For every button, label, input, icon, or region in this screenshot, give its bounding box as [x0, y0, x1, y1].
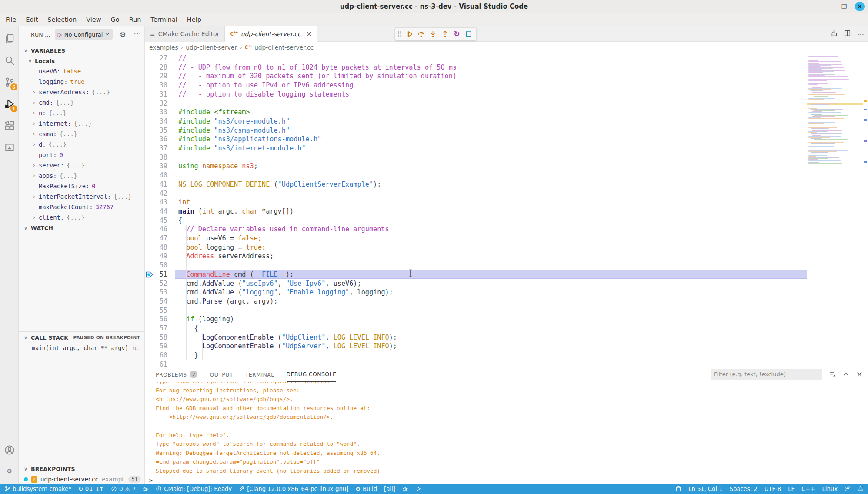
menu-selection[interactable]: Selection: [43, 14, 81, 25]
breadcrumb-item[interactable]: C++udp-client-server.cc: [245, 44, 314, 51]
gutter-line-57[interactable]: 57: [145, 324, 175, 333]
clear-console-icon[interactable]: [829, 371, 836, 377]
code-line-55[interactable]: [178, 306, 807, 315]
restart-button[interactable]: ↻: [452, 29, 462, 39]
code-line-43[interactable]: int: [178, 198, 807, 207]
gutter-line-61[interactable]: 61: [145, 360, 175, 367]
gutter-line-50[interactable]: 50: [145, 261, 175, 270]
status-problems-status[interactable]: 0⚠7: [111, 486, 136, 492]
console-input-row[interactable]: >: [145, 476, 868, 484]
maximize-panel-icon[interactable]: [843, 371, 849, 377]
status-build-target[interactable]: [all]: [384, 486, 395, 492]
gutter-line-34[interactable]: 34: [145, 117, 175, 126]
continue-button[interactable]: [404, 29, 414, 39]
debug-config-dropdown[interactable]: ▷ No Configural: [55, 29, 113, 40]
code-line-34[interactable]: #include "ns3/core-module.h": [178, 117, 807, 126]
breadcrumb-item[interactable]: examples: [149, 44, 178, 51]
code-line-61[interactable]: [178, 360, 807, 367]
code-editor[interactable]: 2728293031323334353637383940414243444546…: [145, 53, 868, 367]
menu-terminal[interactable]: Terminal: [146, 14, 182, 25]
code-line-33[interactable]: #include <fstream>: [178, 108, 807, 117]
breadcrumb-item[interactable]: udp-client-server: [186, 44, 237, 51]
variables-section-header[interactable]: ∨ VARIABLES: [19, 45, 144, 56]
code-line-30[interactable]: // - option to use IPv4 or IPv6 addressi…: [178, 81, 807, 90]
activity-cmake[interactable]: [0, 137, 19, 157]
code-line-44[interactable]: main (int argc, char *argv[]): [178, 207, 807, 216]
code-line-56[interactable]: if (logging): [178, 315, 807, 324]
gutter-line-54[interactable]: 54: [145, 297, 175, 306]
gutter-line-39[interactable]: 39: [145, 162, 175, 171]
code-line-35[interactable]: #include "ns3/csma-module.h": [178, 126, 807, 135]
watch-section-header[interactable]: ∨ WATCH: [19, 223, 144, 233]
code-line-32[interactable]: [178, 99, 807, 108]
code-line-39[interactable]: using namespace ns3;: [178, 162, 807, 171]
panel-tab-debug-console[interactable]: DEBUG CONSOLE: [287, 367, 337, 382]
code-line-47[interactable]: bool useV6 = false;: [178, 234, 807, 243]
variable-useV6[interactable]: useV6: false: [19, 66, 144, 77]
step-over-button[interactable]: [416, 29, 426, 39]
variable-apps[interactable]: › apps: {...}: [19, 170, 144, 181]
panel-tab-output[interactable]: OUTPUT: [210, 367, 233, 382]
console-filter-input[interactable]: [711, 369, 822, 380]
code-line-29[interactable]: // - maximum of 320 packets sent (or lim…: [178, 72, 807, 81]
more-editor-actions-icon[interactable]: ⋯: [857, 30, 865, 38]
activity-account[interactable]: [0, 440, 19, 460]
step-out-button[interactable]: [440, 29, 450, 39]
menu-go[interactable]: Go: [106, 14, 124, 25]
code-line-37[interactable]: #include "ns3/internet-module.h": [178, 144, 807, 153]
gutter-line-48[interactable]: 48: [145, 243, 175, 252]
status-cmake-status[interactable]: CMake: [Debug]: Ready: [156, 486, 232, 492]
status-git-branch-status[interactable]: buildsystem-cmake*: [4, 486, 71, 492]
gutter-line-29[interactable]: 29: [145, 72, 175, 81]
gutter-line-31[interactable]: 31: [145, 90, 175, 99]
menu-file[interactable]: File: [1, 14, 21, 25]
gutter-line-32[interactable]: 32: [145, 99, 175, 108]
step-into-button[interactable]: [428, 29, 438, 39]
variables-scope-locals[interactable]: ∨ Locals: [19, 56, 144, 66]
code-line-51[interactable]: CommandLine cmd (__FILE__);: [178, 270, 807, 279]
code-line-45[interactable]: {: [178, 216, 807, 225]
activity-explorer[interactable]: [0, 29, 19, 49]
gutter-line-44[interactable]: 44: [145, 207, 175, 216]
breakpoints-section-header[interactable]: ∨ BREAKPOINTS: [19, 464, 144, 474]
variable-csma[interactable]: › csma: {...}: [19, 129, 144, 139]
status-sync-status[interactable]: ↻0↓ 1↑: [78, 486, 104, 492]
activity-extensions[interactable]: [0, 116, 19, 136]
code-line-52[interactable]: cmd.AddValue ("useIpv6", "Use Ipv6", use…: [178, 279, 807, 288]
activity-run-and-debug[interactable]: 1: [0, 94, 19, 114]
variable-logging[interactable]: logging: true: [19, 77, 144, 87]
status-cache-status[interactable]: [675, 486, 681, 492]
activity-search[interactable]: [0, 50, 19, 70]
more-actions-icon[interactable]: ···: [134, 30, 141, 38]
code-line-59[interactable]: LogComponentEnable ("UdpServer", LOG_LEV…: [178, 342, 807, 351]
debug-console-output[interactable]: Type "show configuration" for configurat…: [145, 382, 868, 476]
activity-manage[interactable]: ⚙: [0, 461, 19, 481]
gutter-line-49[interactable]: 49: [145, 252, 175, 261]
code-line-40[interactable]: [178, 171, 807, 180]
code-line-58[interactable]: LogComponentEnable ("UdpClient", LOG_LEV…: [178, 333, 807, 342]
status-cursor-position[interactable]: Ln 51, Col 1: [688, 486, 723, 492]
gutter-line-56[interactable]: 56: [145, 315, 175, 324]
code-line-46[interactable]: // Declare variables used in command-lin…: [178, 225, 807, 234]
split-editor-icon[interactable]: [844, 30, 851, 38]
gutter-line-35[interactable]: 35: [145, 126, 175, 135]
run-or-install-icon[interactable]: [830, 30, 838, 38]
status-build-button[interactable]: ⚙Build: [355, 486, 377, 492]
gutter-line-43[interactable]: 43: [145, 198, 175, 207]
gutter-line-52[interactable]: 52: [145, 279, 175, 288]
variable-port[interactable]: port: 0: [19, 150, 144, 160]
variable-MaxPacketSize[interactable]: MaxPacketSize: 0: [19, 181, 144, 191]
code-line-36[interactable]: #include "ns3/applications-module.h": [178, 135, 807, 144]
variable-cmd[interactable]: › cmd: {...}: [19, 97, 144, 108]
status-eol[interactable]: LF: [788, 486, 795, 492]
close-tab-icon[interactable]: ×: [307, 30, 312, 38]
variable-d[interactable]: › d: {...}: [19, 139, 144, 150]
breakpoint-checkbox[interactable]: ✓: [31, 476, 37, 483]
menu-help[interactable]: Help: [182, 14, 206, 25]
status-debug-status[interactable]: [143, 486, 149, 492]
code-line-28[interactable]: // - UDP flow from n0 to n1 of 1024 byte…: [178, 63, 807, 72]
gutter-line-40[interactable]: 40: [145, 171, 175, 180]
code-line-42[interactable]: [178, 189, 807, 198]
status-feedback[interactable]: [845, 486, 851, 492]
gutter-line-53[interactable]: 53: [145, 288, 175, 297]
